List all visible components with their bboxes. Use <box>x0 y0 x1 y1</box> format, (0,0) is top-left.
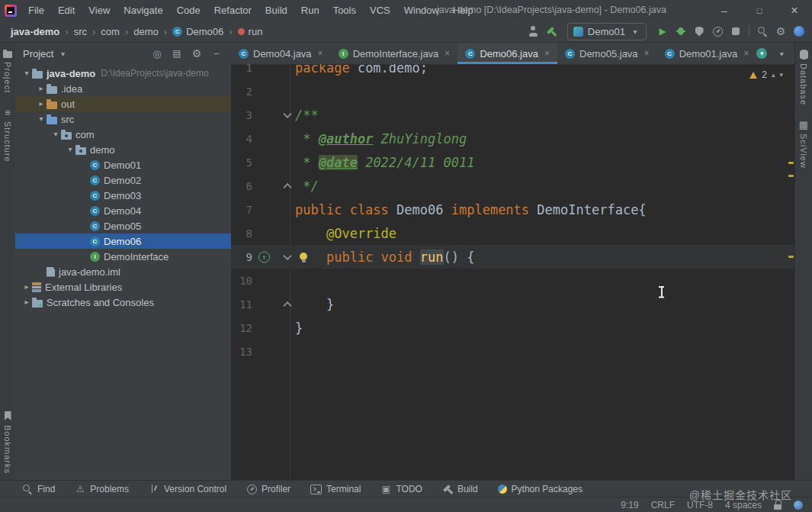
code-line-6[interactable]: 6 */ <box>231 174 795 198</box>
code-line-10[interactable]: 10 <box>231 269 795 292</box>
tree-item-demo02[interactable]: Demo02 <box>15 172 231 188</box>
user-icon[interactable] <box>528 26 538 37</box>
code-line-1[interactable]: 1package com.demo; <box>231 64 795 79</box>
tree-item-demointerface[interactable]: DemoInterface <box>15 249 231 264</box>
run-button[interactable] <box>657 26 668 37</box>
tree-item-demo04[interactable]: Demo04 <box>15 203 231 218</box>
tree-item-external-libraries[interactable]: External Libraries <box>15 279 231 295</box>
fold-marker-icon[interactable] <box>283 182 291 191</box>
menu-item-file[interactable]: File <box>21 0 51 21</box>
run-config-select[interactable]: Demo01 <box>567 23 647 40</box>
profiler-gauge-icon[interactable] <box>712 26 723 37</box>
code-line-8[interactable]: 8 @Override <box>231 221 795 245</box>
tool-window-button-terminal[interactable]: Terminal <box>300 481 371 498</box>
line-separator[interactable]: CRLF <box>651 500 675 510</box>
collapse-all-icon[interactable] <box>172 48 182 59</box>
breadcrumb-item-com[interactable]: com <box>99 26 121 37</box>
tree-item-idea[interactable]: .idea <box>15 81 231 96</box>
code-line-4[interactable]: 4 * @author ZhuYinglong <box>231 127 795 150</box>
tool-window-button-problems[interactable]: Problems <box>65 481 139 498</box>
settings-icon[interactable] <box>191 48 202 59</box>
tab-close-icon[interactable] <box>318 48 323 59</box>
fold-marker-icon[interactable] <box>283 109 291 118</box>
breadcrumb-item-demo[interactable]: demo <box>132 26 160 37</box>
tree-chevron-icon[interactable] <box>36 96 47 111</box>
tree-chevron-icon[interactable] <box>21 279 32 295</box>
tool-stripe-item-bookmarks[interactable]: Bookmarks <box>2 404 13 481</box>
settings-gear-icon[interactable] <box>775 26 786 37</box>
inspections-widget[interactable]: 2 <box>749 69 783 80</box>
code-line-7[interactable]: 7public class Demo06 implements DemoInte… <box>231 198 795 221</box>
fold-marker-icon[interactable] <box>283 301 291 309</box>
tool-window-button-python-packages[interactable]: Python Packages <box>488 481 592 498</box>
code-line-13[interactable]: 13 <box>231 340 795 363</box>
breadcrumb-item-demo06[interactable]: Demo06 <box>171 26 225 37</box>
editor-tab-demo01-java[interactable]: Demo01.java <box>657 43 757 64</box>
tree-item-java-demo-iml[interactable]: java-demo.iml <box>15 264 231 279</box>
menu-item-build[interactable]: Build <box>258 0 294 21</box>
tab-close-icon[interactable] <box>445 48 450 59</box>
lightbulb-icon[interactable] <box>300 253 307 260</box>
code-line-11[interactable]: 11 } <box>231 292 795 316</box>
menu-item-run[interactable]: Run <box>294 0 326 21</box>
tree-item-scratches-and-consoles[interactable]: Scratches and Consoles <box>15 295 231 310</box>
editor-tab-demo04-java[interactable]: Demo04.java <box>231 43 331 64</box>
minimize-button[interactable] <box>707 0 742 21</box>
tree-item-demo03[interactable]: Demo03 <box>15 188 231 203</box>
tree-item-demo06[interactable]: Demo06 <box>15 233 231 249</box>
code-line-9[interactable]: 9 public void run() { <box>231 245 795 269</box>
hidden-tabs-icon[interactable] <box>756 48 767 59</box>
tool-window-button-todo[interactable]: TODO <box>371 481 432 498</box>
menu-item-view[interactable]: View <box>82 0 117 21</box>
tree-item-demo05[interactable]: Demo05 <box>15 218 231 233</box>
coverage-shield-icon[interactable] <box>694 26 704 37</box>
tree-chevron-icon[interactable] <box>21 295 32 310</box>
chevron-up-icon[interactable] <box>772 71 775 79</box>
tool-stripe-item-database[interactable]: Database <box>799 43 808 112</box>
maximize-button[interactable] <box>742 0 777 21</box>
status-circle-icon[interactable] <box>794 501 803 510</box>
project-view-selector[interactable]: Project <box>23 48 68 60</box>
tree-item-com[interactable]: com <box>15 127 231 142</box>
build-hammer-icon[interactable] <box>546 26 557 37</box>
editor-tab-demointerface-java[interactable]: DemoInterface.java <box>331 43 458 64</box>
tab-close-icon[interactable] <box>644 48 650 59</box>
tree-item-demo01[interactable]: Demo01 <box>15 157 231 172</box>
tree-chevron-icon[interactable] <box>50 127 61 142</box>
menu-item-edit[interactable]: Edit <box>51 0 82 21</box>
tool-window-button-build[interactable]: Build <box>432 481 488 498</box>
breadcrumb-item-run[interactable]: run <box>236 26 265 37</box>
tree-item-out[interactable]: out <box>15 96 231 111</box>
tool-stripe-item-sciview[interactable]: SciView <box>798 112 809 175</box>
tree-chevron-icon[interactable] <box>36 81 47 96</box>
chevron-down-icon[interactable] <box>779 71 783 79</box>
fold-marker-icon[interactable] <box>283 251 291 259</box>
tree-item-src[interactable]: src <box>15 111 231 127</box>
tree-chevron-icon[interactable] <box>65 142 75 157</box>
lock-icon[interactable] <box>774 500 782 510</box>
code-line-3[interactable]: 3/** <box>231 103 795 127</box>
menu-item-tools[interactable]: Tools <box>326 0 363 21</box>
file-encoding[interactable]: UTF-8 <box>687 500 713 510</box>
search-everywhere-icon[interactable] <box>757 26 768 37</box>
editor-tab-demo06-java[interactable]: Demo06.java <box>457 43 557 64</box>
tool-window-button-version-control[interactable]: Version Control <box>139 481 236 498</box>
tool-window-button-find[interactable]: Find <box>12 481 65 498</box>
locate-icon[interactable] <box>152 48 162 59</box>
hide-icon[interactable] <box>211 48 222 59</box>
editor-content[interactable]: 1package com.demo;23/**4 * @author ZhuYi… <box>231 64 795 481</box>
chevron-down-icon[interactable] <box>776 48 787 59</box>
code-line-2[interactable]: 2 <box>231 79 795 103</box>
stop-button[interactable] <box>730 26 741 37</box>
notifications-icon[interactable] <box>794 26 804 37</box>
breadcrumb-item-src[interactable]: src <box>72 26 88 37</box>
menu-item-code[interactable]: Code <box>170 0 207 21</box>
tool-stripe-item-project[interactable]: Project <box>3 43 12 100</box>
tree-item-demo[interactable]: demo <box>15 142 231 157</box>
code-line-5[interactable]: 5 * @date 2022/4/11 0011 <box>231 150 795 174</box>
tab-close-icon[interactable] <box>544 48 550 59</box>
breadcrumb-item-java-demo[interactable]: java-demo <box>9 26 61 37</box>
code-line-12[interactable]: 12} <box>231 316 795 340</box>
editor-tab-demo05-java[interactable]: Demo05.java <box>557 43 657 64</box>
tree-chevron-icon[interactable] <box>21 66 32 81</box>
